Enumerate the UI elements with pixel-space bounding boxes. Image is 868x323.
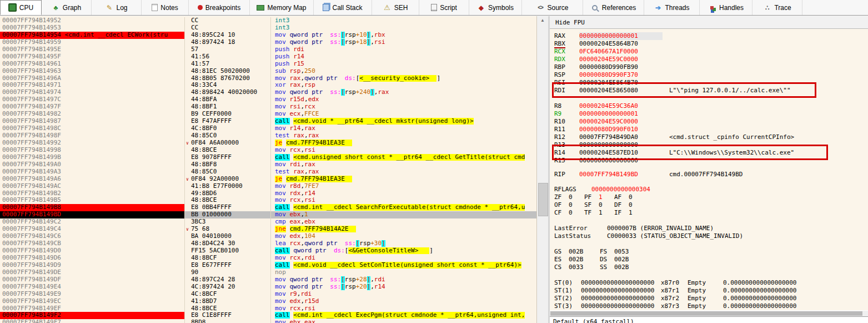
bytes-cell[interactable]: 48:8BCE [184,197,270,204]
register-value[interactable]: 00000204E5864B70 [579,79,638,86]
instruction-cell[interactable]: nop [270,269,536,276]
segment-value[interactable]: 002B [614,264,645,271]
address-cell[interactable]: 00007FF794B149E4 [0,284,184,291]
flag-value[interactable]: 0 [599,201,614,209]
tab-graph[interactable]: Graph [42,0,92,15]
disasm-row[interactable]: 00007FF794B14982B9 CEFF0000mov ecx,FFCE [0,111,536,118]
hide-fpu-button[interactable]: Hide FPU [550,16,868,29]
bytes-cell[interactable]: 48:85C0 [184,168,270,176]
instruction-cell[interactable]: mov ecx,FFCE [270,111,536,118]
register-value[interactable]: 00000080D990F370 [579,71,638,78]
register-rip[interactable]: RIP00007FF794B149BDcmd.00007FF794B149BD [554,171,868,178]
instruction-cell[interactable]: lea rcx,qword ptr ss:[rsp+30] [270,240,536,247]
disasm-row[interactable]: 00007FF794B1495E57push rdi [0,46,536,53]
instruction-cell[interactable]: test rax,rax [270,132,536,140]
register-value[interactable]: 00000204E5864B70 [579,40,638,47]
register-rbp[interactable]: RBP00000080D990FB90 [554,63,868,71]
register-value[interactable]: 0000000000000001 [579,32,663,40]
instruction-cell[interactable]: mov rdi,rax [270,161,536,168]
bytes-cell[interactable]: CC [184,17,270,24]
register-rsp[interactable]: RSP00000080D990F370 [554,71,868,79]
bytes-cell[interactable]: 48:8D4C24 30 [184,240,270,247]
address-cell[interactable]: 00007FF794B1495E [0,46,184,53]
disasm-row[interactable]: 00007FF794B14992∨0F84 A6A00000je cmd.7FF… [0,140,536,147]
instruction-cell[interactable]: mov qword ptr ss:[rsp+28],rdi [270,276,536,284]
disasm-row[interactable]: 00007FF794B1497C44:8BFAmov r15d,edx [0,96,536,103]
register-rdx[interactable]: RDX00000204E59C0000 [554,56,868,63]
instruction-cell[interactable]: mov qword ptr ss:[rsp+18],rsi [270,39,536,46]
instruction-cell[interactable]: mov r9,rdi [270,291,536,298]
disasm-row[interactable]: 00007FF794B14953CCint3 [0,24,536,32]
instruction-cell[interactable]: int3 [270,17,536,24]
flag-value[interactable]: 1 [599,193,614,201]
address-cell[interactable]: 00007FF794B1496A [0,75,184,82]
instruction-cell[interactable]: int3 [270,24,536,32]
register-value[interactable]: 00000000000000000000 [581,279,654,286]
disasm-row[interactable]: 00007FF794B14954 <cmd.int __cdecl ECWork… [0,32,536,39]
disasm-row[interactable]: 00007FF794B149D0FF15 5ACB0100call qword … [0,247,536,255]
instruction-cell[interactable]: mov qword ptr ss:[rsp+240],rax [270,89,536,96]
disasm-row[interactable]: 00007FF794B149EF48:8BCEmov rcx,rsi [0,305,536,312]
bytes-cell[interactable]: 4C:8BF0 [184,125,270,132]
flag-value[interactable]: 0 [629,201,644,209]
register-value[interactable]: 00000204E59C0000 [579,118,638,125]
address-cell[interactable]: 00007FF794B1499B [0,154,184,161]
tab-handles[interactable]: Handles [700,0,752,15]
address-cell[interactable]: 00007FF794B14982 [0,111,184,118]
segment-value[interactable]: 002B [614,256,645,264]
bytes-cell[interactable]: 48:8BCE [184,305,270,312]
x87-register-x87r1[interactable]: ST(1)00000000000000000000x87r1Empty0.000… [554,287,868,295]
disasm-vertical-scrollbar[interactable]: ▲ [536,16,548,323]
segment-value[interactable]: 002B [569,256,600,264]
instruction-cell[interactable]: cmp eax,ebx [270,218,536,226]
bytes-cell[interactable]: 48:33C4 [184,82,270,89]
bytes-cell[interactable]: 41:8BD7 [184,298,270,305]
tab-symbols[interactable]: Symbols [469,0,522,15]
bytes-cell[interactable]: E8 9078FFFF [184,154,270,161]
instruction-cell[interactable]: mov rdx,r14 [270,190,536,197]
instruction-cell[interactable]: xor rax,rsp [270,82,536,89]
instruction-cell[interactable]: call qword ptr ds:[<&GetConsoleTitleW> ] [270,247,536,255]
register-value[interactable]: 0000000000000001 [579,110,638,117]
address-cell[interactable]: 00007FF794B14961 [0,61,184,68]
bytes-cell[interactable]: 48:8BCE [184,147,270,154]
address-cell[interactable]: 00007FF794B149D6 [0,255,184,262]
register-rax[interactable]: RAX0000000000000001 [554,32,868,40]
register-r8[interactable]: R800000204E59C36A0 [554,102,868,110]
instruction-cell[interactable]: mov r15d,edx [270,96,536,103]
scrollbar-thumb[interactable] [550,311,862,316]
instruction-cell[interactable]: mov rsi,rcx [270,103,536,111]
disasm-row[interactable]: 00007FF794B149EC41:8BD7mov edx,r15d [0,298,536,305]
address-cell[interactable]: 00007FF794B14952 [0,17,184,24]
x87-register-x87r2[interactable]: ST(2)00000000000000000000x87r2Empty0.000… [554,295,868,302]
instruction-cell[interactable]: push r14 [270,53,536,61]
bytes-cell[interactable]: BB 01000000 [184,211,270,218]
register-value[interactable]: 0000000000000304 [591,186,650,193]
register-rdi[interactable]: RDI00000204E5865080L"\"ping 127.0.0.1/..… [554,87,868,95]
address-cell[interactable]: 00007FF794B149DE [0,269,184,276]
bytes-cell[interactable]: FF15 5ACB0100 [184,247,270,255]
register-value[interactable]: 00000204E59C36A0 [579,102,638,110]
disasm-row[interactable]: 00007FF794B14987E8 F47AFFFFcall <cmd.voi… [0,118,536,125]
bytes-cell[interactable]: 41:B8 E77F0000 [184,183,270,190]
register-rbx[interactable]: RBX00000204E5864B70 [554,40,868,48]
instruction-cell[interactable]: push rdi [270,46,536,53]
register-rflags[interactable]: RFLAGS0000000000000304 [554,186,868,193]
bytes-cell[interactable]: E8 F47AFFFF [184,118,270,125]
instruction-cell[interactable]: call <cmd.void * __ptr64 __cdecl mkstr(u… [270,118,536,125]
bytes-cell[interactable]: E8 C1E8FFFF [184,312,270,319]
bytes-cell[interactable]: 49:8BD6 [184,190,270,197]
flag-value[interactable]: 0 [569,193,584,201]
bytes-cell[interactable]: B9 CEFF0000 [184,111,270,118]
register-value[interactable]: 00000000000000000000 [581,295,654,302]
bytes-cell[interactable]: 4C:8BCF [184,291,270,298]
register-value[interactable]: 00000000000000000000 [581,287,654,294]
address-cell[interactable]: 00007FF794B149CB [0,240,184,247]
address-cell[interactable]: 00007FF794B149DF [0,276,184,284]
bytes-cell[interactable]: 48:81EC 50020000 [184,68,270,75]
register-value[interactable]: 00000204E59C0000 [579,56,638,63]
x87-register-x87r0[interactable]: ST(0)00000000000000000000x87r0Empty0.000… [554,279,868,287]
bytes-cell[interactable]: 48:8BF8 [184,161,270,168]
disasm-row[interactable]: 00007FF794B149C6BA 04010000mov edx,104 [0,233,536,240]
register-r14[interactable]: R1400000204E587ED10L"C:\\Windows\\System… [554,149,868,157]
